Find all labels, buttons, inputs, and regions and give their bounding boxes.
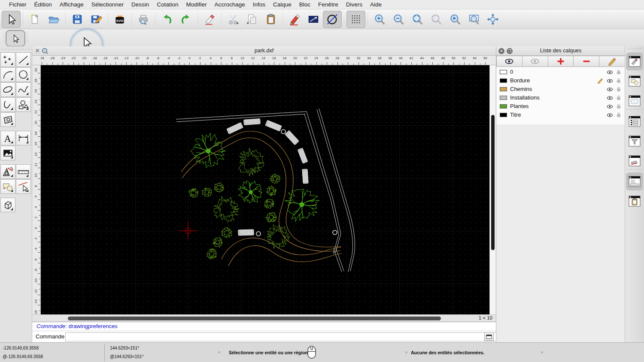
menu-dessin[interactable]: Dessin [128, 0, 153, 9]
export-svg-button[interactable]: SVG [110, 11, 129, 28]
zoom-pan-button[interactable] [483, 11, 502, 28]
menu-fenetre[interactable]: Fenêtre [314, 0, 342, 9]
hatch-tool-button[interactable] [0, 112, 15, 127]
menu-cotation[interactable]: Cotation [153, 0, 182, 9]
zoom-out-button[interactable] [389, 11, 408, 28]
ellipse-tool-button[interactable] [0, 82, 15, 97]
block-tool-button[interactable] [0, 179, 15, 194]
menu-accrochage[interactable]: Accrochage [210, 0, 249, 9]
save-as-button[interactable] [87, 11, 106, 28]
menu-edition[interactable]: Édition [30, 0, 56, 9]
new-document-button[interactable] [25, 11, 44, 28]
layer-visibility-eye-icon[interactable] [607, 103, 613, 110]
dock-handle[interactable] [628, 48, 641, 49]
polyline-tool-button[interactable] [0, 97, 15, 112]
print-preview-button[interactable] [134, 11, 153, 28]
show-all-layers-button[interactable] [496, 56, 522, 67]
layer-row-installations[interactable]: Installations [496, 94, 625, 102]
zoom-in-button[interactable] [370, 11, 389, 28]
layer-lock-icon[interactable] [616, 95, 622, 101]
bench [265, 120, 282, 131]
erase-button[interactable] [200, 11, 219, 28]
open-document-button[interactable] [44, 11, 63, 28]
layer-visibility-eye-icon[interactable] [607, 78, 613, 84]
layer-visibility-eye-icon[interactable] [607, 86, 613, 93]
paste-button[interactable] [261, 11, 280, 28]
menu-affichage[interactable]: Affichage [56, 0, 88, 9]
menu-divers[interactable]: Divers [342, 0, 366, 9]
redo-button[interactable] [176, 11, 195, 28]
layer-visibility-eye-icon[interactable] [607, 95, 613, 101]
layer-list-dock-button[interactable] [626, 52, 643, 70]
layer-visibility-eye-icon[interactable] [607, 69, 613, 75]
layer-row-titre[interactable]: Titre [496, 111, 625, 119]
arc-tool-button[interactable] [0, 67, 15, 82]
layer-lock-icon[interactable] [616, 69, 622, 75]
block-list-dock-button[interactable] [626, 72, 643, 90]
menu-infos[interactable]: Infos [249, 0, 269, 9]
save-button[interactable] [68, 11, 87, 28]
library-dock-button[interactable] [626, 92, 643, 110]
undo-icon [161, 13, 173, 26]
command-input[interactable] [65, 332, 519, 341]
points-tool-button[interactable] [0, 52, 15, 67]
menu-aide[interactable]: Aide [366, 0, 386, 9]
layer-row-chemins[interactable]: Chemins [496, 85, 625, 94]
command-detach-button[interactable] [484, 332, 494, 341]
layer-row-bordure[interactable]: Bordure [496, 76, 625, 85]
text-tool-button[interactable]: A [0, 131, 15, 145]
layer-filter-dock-button[interactable] [626, 132, 643, 150]
menu-fichier[interactable]: Fichier [5, 0, 30, 9]
horizontal-scrollbar-thumb[interactable] [68, 317, 441, 320]
layer-lock-icon[interactable] [616, 103, 622, 110]
line-attributes-button[interactable] [304, 11, 323, 28]
layer-lock-icon[interactable] [616, 112, 622, 118]
command-dock-button[interactable] [626, 172, 643, 190]
clipboard-dock-button[interactable] [626, 192, 643, 210]
zoom-window-button[interactable] [465, 11, 483, 28]
select-entity-tool-button[interactable] [16, 179, 31, 194]
spline-tool-button[interactable] [16, 82, 31, 97]
zoom-auto-button[interactable] [408, 11, 427, 28]
undo-button[interactable] [158, 11, 176, 28]
zoom-selected-button[interactable] [427, 11, 446, 28]
circle-tool-button[interactable] [323, 11, 342, 28]
palette-handle[interactable] [2, 49, 30, 50]
circle-tool-button[interactable] [16, 67, 31, 82]
circle-icon [17, 69, 30, 81]
image-tool-button[interactable] [0, 146, 15, 160]
entity-list-dock-button[interactable] [626, 112, 643, 130]
quick-info-dock-button[interactable] [626, 152, 643, 170]
misc-tools-tool-button[interactable] [0, 164, 15, 179]
zoom-previous-button[interactable] [446, 11, 465, 28]
spline-icon [17, 84, 30, 96]
edit-layer-button[interactable] [599, 56, 625, 67]
menu-modifier[interactable]: Modifier [182, 0, 210, 9]
menu-calque[interactable]: Calque [269, 0, 295, 9]
select-tool-button[interactable] [6, 30, 25, 47]
layer-visibility-eye-icon[interactable] [607, 112, 613, 118]
horizontal-scrollbar[interactable]: 1 < 10 [32, 314, 496, 322]
copy-button[interactable] [243, 11, 261, 28]
cube-tool-button[interactable] [0, 198, 15, 212]
grid-toggle-button[interactable] [346, 11, 365, 28]
layer-row-plantes[interactable]: Plantes [496, 102, 625, 111]
add-layer-button[interactable] [548, 56, 574, 67]
remove-layer-button[interactable] [574, 56, 599, 67]
menu-selectionner[interactable]: Sélectionner [88, 0, 128, 9]
pen-attributes-button[interactable] [285, 11, 304, 28]
drawing-canvas[interactable] [41, 65, 489, 314]
hide-all-layers-button[interactable] [522, 56, 548, 67]
layer-lock-icon[interactable] [616, 78, 622, 84]
layer-row-0[interactable]: 0 [496, 68, 625, 76]
layer-lock-icon[interactable] [616, 86, 622, 93]
line-tool-button[interactable] [16, 52, 31, 67]
dimension-tool-button[interactable] [16, 131, 31, 145]
measure-tool-button[interactable] [16, 164, 31, 179]
vertical-scrollbar[interactable] [489, 65, 495, 314]
select-button[interactable] [2, 11, 21, 28]
cut-button[interactable] [224, 11, 243, 28]
menu-bloc[interactable]: Bloc [295, 0, 314, 9]
polygon-tool-button[interactable] [16, 97, 31, 112]
vertical-scrollbar-thumb[interactable] [491, 115, 495, 250]
